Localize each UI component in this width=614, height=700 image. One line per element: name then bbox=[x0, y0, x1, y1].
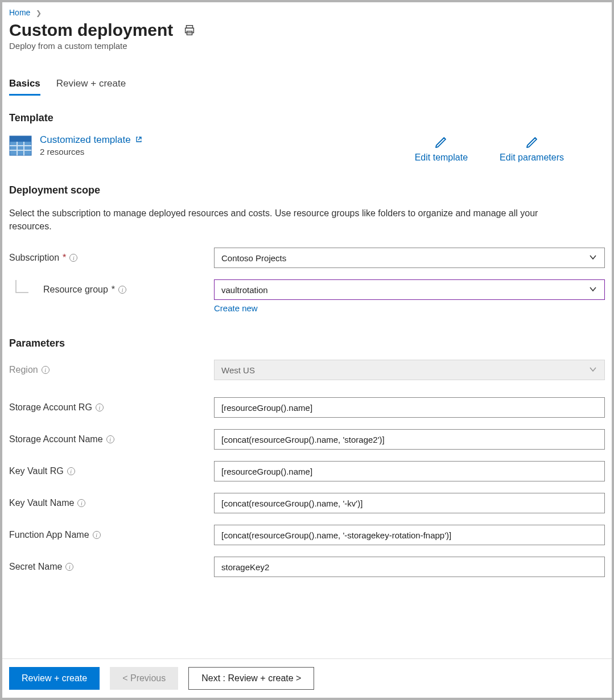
breadcrumb-home[interactable]: Home bbox=[9, 8, 30, 17]
subscription-select[interactable]: Contoso Projects bbox=[214, 248, 605, 268]
storage-account-rg-label: Storage Account RG i bbox=[9, 402, 214, 413]
region-select: West US bbox=[214, 360, 605, 380]
storage-account-name-label: Storage Account Name i bbox=[9, 434, 214, 444]
info-icon[interactable]: i bbox=[118, 286, 126, 294]
function-app-name-label: Function App Name i bbox=[9, 530, 214, 540]
function-app-name-label-text: Function App Name bbox=[9, 530, 89, 540]
template-icon bbox=[9, 134, 32, 157]
page-title: Custom deployment bbox=[9, 20, 173, 40]
info-icon[interactable]: i bbox=[106, 435, 114, 443]
resource-group-select-value: vaultrotation bbox=[221, 285, 268, 295]
create-new-link[interactable]: Create new bbox=[214, 303, 258, 313]
key-vault-rg-input[interactable] bbox=[214, 461, 605, 481]
resource-group-label: Resource group * i bbox=[43, 285, 214, 295]
region-label-text: Region bbox=[9, 365, 38, 375]
required-asterisk: * bbox=[112, 285, 115, 295]
pencil-icon bbox=[434, 135, 448, 149]
resource-group-label-text: Resource group bbox=[43, 285, 108, 295]
key-vault-name-label-text: Key Vault Name bbox=[9, 498, 74, 508]
main-content: Home ❯ Custom deployment Deploy from a c… bbox=[2, 2, 612, 658]
storage-account-name-input[interactable] bbox=[214, 429, 605, 450]
secret-name-input[interactable] bbox=[214, 557, 605, 577]
pencil-icon bbox=[525, 135, 539, 149]
tab-review-create[interactable]: Review + create bbox=[56, 78, 126, 96]
storage-account-name-label-text: Storage Account Name bbox=[9, 434, 103, 444]
breadcrumb: Home ❯ bbox=[9, 8, 605, 17]
template-section-header: Template bbox=[9, 112, 605, 124]
info-icon[interactable]: i bbox=[93, 531, 101, 539]
deployment-scope-description: Select the subscription to manage deploy… bbox=[9, 207, 555, 233]
info-icon[interactable]: i bbox=[69, 254, 77, 262]
template-info: Customized template 2 resources bbox=[40, 134, 142, 157]
subscription-label: Subscription * i bbox=[9, 253, 214, 263]
info-icon[interactable]: i bbox=[42, 366, 50, 374]
info-icon[interactable]: i bbox=[96, 403, 104, 411]
info-icon[interactable]: i bbox=[67, 467, 75, 475]
storage-account-rg-label-text: Storage Account RG bbox=[9, 402, 92, 413]
tab-basics[interactable]: Basics bbox=[9, 78, 40, 96]
chevron-right-icon: ❯ bbox=[36, 9, 42, 17]
edit-template-label: Edit template bbox=[415, 153, 468, 163]
secret-name-label-text: Secret Name bbox=[9, 562, 62, 572]
page-subtitle: Deploy from a custom template bbox=[9, 41, 605, 51]
deployment-scope-header: Deployment scope bbox=[9, 184, 605, 196]
edit-parameters-label: Edit parameters bbox=[500, 153, 564, 163]
function-app-name-input[interactable] bbox=[214, 525, 605, 545]
subscription-label-text: Subscription bbox=[9, 253, 59, 263]
edit-template-link[interactable]: Edit template bbox=[415, 135, 468, 163]
template-resource-count: 2 resources bbox=[40, 147, 142, 157]
key-vault-name-label: Key Vault Name i bbox=[9, 498, 214, 508]
info-icon[interactable]: i bbox=[65, 563, 73, 571]
previous-button: < Previous bbox=[110, 667, 178, 690]
key-vault-name-input[interactable] bbox=[214, 493, 605, 513]
custom-deployment-window: Home ❯ Custom deployment Deploy from a c… bbox=[2, 2, 612, 698]
footer-bar: Review + create < Previous Next : Review… bbox=[2, 658, 612, 698]
required-asterisk: * bbox=[63, 253, 66, 263]
secret-name-label: Secret Name i bbox=[9, 562, 214, 572]
review-create-button[interactable]: Review + create bbox=[9, 667, 100, 690]
storage-account-rg-input[interactable] bbox=[214, 397, 605, 418]
parameters-header: Parameters bbox=[9, 337, 605, 349]
edit-parameters-link[interactable]: Edit parameters bbox=[500, 135, 564, 163]
next-button[interactable]: Next : Review + create > bbox=[188, 667, 314, 690]
customized-template-link[interactable]: Customized template bbox=[40, 134, 142, 145]
print-icon[interactable] bbox=[183, 24, 196, 36]
resource-group-select[interactable]: vaultrotation bbox=[214, 279, 605, 300]
external-link-icon bbox=[135, 136, 142, 145]
key-vault-rg-label-text: Key Vault RG bbox=[9, 466, 64, 476]
tabs: Basics Review + create bbox=[9, 78, 605, 96]
chevron-down-icon bbox=[588, 365, 597, 376]
subscription-select-value: Contoso Projects bbox=[221, 253, 286, 263]
region-label: Region i bbox=[9, 365, 214, 375]
tree-connector-icon bbox=[9, 280, 43, 299]
customized-template-label: Customized template bbox=[40, 134, 131, 145]
region-select-value: West US bbox=[221, 365, 255, 375]
svg-rect-4 bbox=[10, 136, 31, 142]
chevron-down-icon bbox=[588, 253, 597, 263]
info-icon[interactable]: i bbox=[77, 499, 85, 507]
chevron-down-icon bbox=[588, 285, 597, 295]
key-vault-rg-label: Key Vault RG i bbox=[9, 466, 214, 476]
